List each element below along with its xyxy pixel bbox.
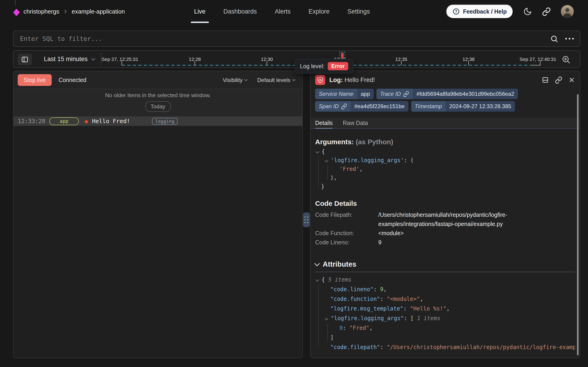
detail-tabs: Details Raw Data <box>311 117 580 129</box>
timeline-tick-label: Sep 27, 12:40:31 <box>520 57 556 62</box>
chevron-down-icon <box>292 78 295 81</box>
svg-text:?: ? <box>455 10 457 14</box>
more-options-icon[interactable] <box>565 38 574 40</box>
nav-tab-settings[interactable]: Settings <box>348 0 370 23</box>
attributes-code-block: { 5 items"code.lineno": 9,"code.function… <box>315 275 575 352</box>
nav-right: ? Feedback / Help <box>446 0 574 23</box>
sql-filter-bar <box>13 31 580 47</box>
code-details-rows: Code Filepath: /Users/christophersamiull… <box>315 210 575 247</box>
timeline-axis-end <box>531 65 541 66</box>
search-icon[interactable] <box>550 35 558 43</box>
zoom-in-icon[interactable] <box>561 55 571 64</box>
theme-moon-icon[interactable] <box>523 7 532 16</box>
breadcrumb-project[interactable]: example-application <box>72 8 125 15</box>
log-level-tooltip: Log level: Error <box>295 59 354 74</box>
tooltip-label: Log level: <box>300 63 324 70</box>
code-filepath-row: Code Filepath: /Users/christophersamiull… <box>315 210 575 228</box>
close-icon[interactable] <box>568 76 575 83</box>
divider <box>101 53 101 66</box>
span-id-badge[interactable]: Span ID #ea4d5f226ec151be <box>315 101 408 112</box>
detail-content: Arguments: (as Python) {'logfire.logging… <box>311 138 580 352</box>
nav-tab-live[interactable]: Live <box>194 0 206 23</box>
empty-window-message: No older items in the selected time wind… <box>14 92 302 99</box>
code-function-row: Code Function: <module> <box>315 228 575 238</box>
default-levels-dropdown[interactable]: Default levels <box>257 77 295 83</box>
attributes-heading[interactable]: Attributes <box>315 260 575 268</box>
code-lineno-row: Code Lineno: 9 <box>315 238 575 247</box>
log-row[interactable]: 12:33:28 app ◆ Hello Fred! logging <box>14 117 302 126</box>
timeline-tick-label: Sep 27, 12:25:31 <box>101 57 138 62</box>
chevron-down-icon <box>91 57 95 61</box>
nav-tab-alerts[interactable]: Alerts <box>275 0 290 23</box>
stop-live-button[interactable]: Stop live <box>18 74 52 86</box>
panel-layout-icon[interactable] <box>542 76 549 83</box>
arguments-heading: Arguments: (as Python) <box>315 138 575 146</box>
chevron-down-icon <box>244 78 248 81</box>
detail-header: Log: Hello Fred! <box>311 71 580 88</box>
detail-title: Log: Hello Fred! <box>329 76 375 83</box>
top-nav: ◆ christophergs example-application Live… <box>0 0 588 23</box>
live-logs-panel: Stop live Connected Visibility Default l… <box>13 71 303 358</box>
error-level-badge: Error <box>328 62 348 70</box>
arguments-code-block: {'logfire.logging_args': ('Fred',),} <box>315 147 575 191</box>
code-details-heading: Code Details <box>315 200 575 207</box>
chevron-right-icon <box>63 9 68 14</box>
nav-tab-explore[interactable]: Explore <box>308 0 330 23</box>
timestamp-badge[interactable]: Timestamp 2024-09-27 12:33:28.385 <box>411 101 515 112</box>
feedback-help-button[interactable]: ? Feedback / Help <box>446 4 513 19</box>
today-button[interactable]: Today <box>145 101 171 112</box>
trace-id-badge[interactable]: Trace ID #fdd5694a8fa98eb4e301d99ebc056e… <box>376 89 518 99</box>
metadata-badges: Service Name app Trace ID #fdd5694a8fa98… <box>311 88 580 112</box>
log-time: 12:33:28 <box>18 118 45 125</box>
breadcrumb-org[interactable]: christophergs <box>24 8 59 15</box>
log-detail-panel: Log: Hello Fred! Service Name app <box>310 71 580 358</box>
share-link-icon[interactable] <box>542 7 551 16</box>
question-circle-icon: ? <box>453 8 460 15</box>
connection-status: Connected <box>58 77 86 83</box>
service-name-badge[interactable]: Service Name app <box>315 89 374 99</box>
visibility-dropdown[interactable]: Visibility <box>223 77 247 83</box>
live-panel-header: Stop live Connected Visibility Default l… <box>14 71 302 89</box>
divider <box>315 272 575 272</box>
tab-raw-data[interactable]: Raw Data <box>343 117 368 128</box>
user-avatar[interactable] <box>561 5 574 18</box>
empty-window-section: No older items in the selected time wind… <box>14 89 302 117</box>
logfire-app: ◆ christophergs example-application Live… <box>0 0 588 367</box>
sql-filter-input[interactable] <box>19 35 543 42</box>
error-diamond-icon: ◆ <box>84 118 88 124</box>
scrollbar-thumb[interactable] <box>577 94 579 355</box>
nav-tab-dashboards[interactable]: Dashboards <box>224 0 257 23</box>
logging-tag-badge: logging <box>152 118 177 125</box>
tab-details[interactable]: Details <box>315 117 333 128</box>
link-icon <box>403 91 409 97</box>
nav-links: Live Dashboards Alerts Explore Settings <box>194 0 370 23</box>
logfire-logo-icon[interactable]: ◆ <box>13 7 20 17</box>
breadcrumb: ◆ christophergs example-application <box>13 0 125 23</box>
error-shield-icon <box>315 75 325 85</box>
chevron-down-icon <box>314 261 320 266</box>
panel-resize-handle[interactable] <box>303 212 310 227</box>
service-badge: app <box>49 117 79 125</box>
copy-link-icon[interactable] <box>555 76 562 83</box>
log-list-empty-area <box>14 126 302 358</box>
sidebar-toggle-button[interactable] <box>18 54 32 65</box>
link-icon <box>341 103 347 109</box>
log-message: Hello Fred! <box>92 118 130 125</box>
time-range-select[interactable]: Last 15 minutes <box>44 51 95 67</box>
